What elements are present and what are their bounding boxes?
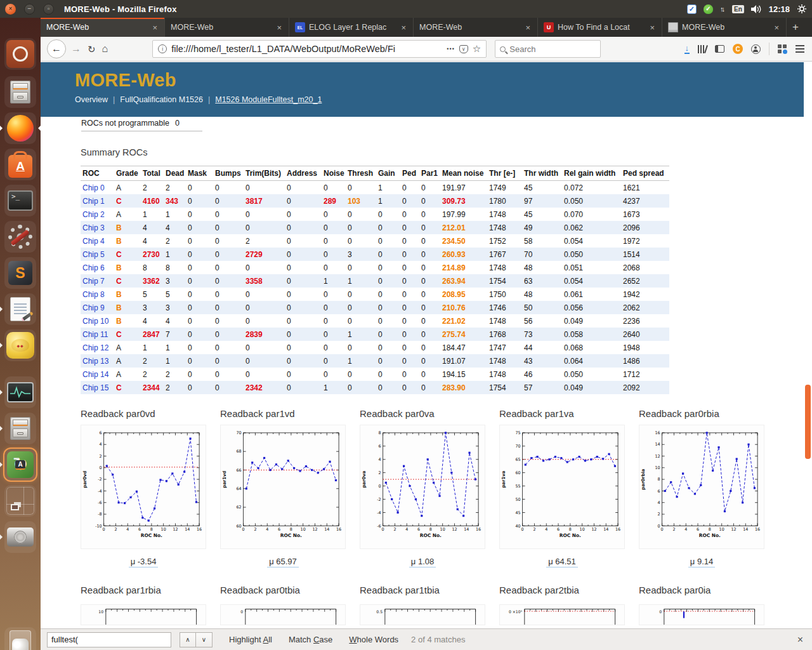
search-input[interactable] [509,44,596,54]
tab-close-icon[interactable]: × [648,23,656,32]
url-bar[interactable]: i file:///home/l_tester/L1_DATA/WebOutpu… [152,40,487,58]
scrollbar-thumb[interactable] [805,385,811,459]
window-maximize-button[interactable]: ▫ [43,4,54,15]
forward-button[interactable]: → [71,44,81,54]
chip-link[interactable]: Chip 8 [82,290,105,299]
search-bar[interactable] [495,40,601,58]
breadcrumb-link[interactable]: FullQualification M1526 [120,95,203,104]
tab[interactable]: UHow To Find a Locat× [538,18,662,37]
tab-close-icon[interactable]: × [400,23,407,32]
chip-link[interactable]: Chip 2 [82,210,105,219]
plot-canvas[interactable]: 40455055606570750246810121416par1vaROC N… [499,425,625,549]
find-previous-button[interactable]: ∧ [180,632,196,647]
chip-link[interactable]: Chip 14 [82,370,108,379]
url-text[interactable]: file:///home/l_tester/L1_DATA/WebOutput/… [171,44,395,54]
bookmark-star-icon[interactable]: ☆ [473,43,481,55]
tab-close-icon[interactable]: × [151,23,159,32]
plot-canvas[interactable]: 0 [639,604,764,625]
highlight-all-button[interactable]: Highlight All [229,635,272,644]
reload-button[interactable]: ↻ [88,44,96,54]
tab-close-icon[interactable]: × [524,23,532,32]
launcher-item-terminal[interactable]: >_ [4,185,36,216]
launcher-item-sublime-text[interactable]: S [4,257,36,289]
chip-link[interactable]: Chip 5 [82,250,105,259]
launcher-item-ubuntu-software[interactable]: A [4,149,36,180]
plot-canvas[interactable]: 0 [220,604,346,625]
launcher-item-system-monitor[interactable] [4,376,36,408]
tab[interactable]: MORE-Web× [41,18,165,37]
mu-link[interactable]: μ -3.54 [129,557,159,567]
launcher-item-trash[interactable] [4,627,36,650]
pocket-icon[interactable]: ∨ [459,45,468,53]
launcher-item-ubuntu-dash[interactable] [4,38,36,70]
chip-link[interactable]: Chip 9 [82,303,105,312]
downloads-icon[interactable]: ↓ [684,44,690,54]
network-arrows-icon[interactable]: ↑↓ [720,5,725,13]
chip-link[interactable]: Chip 1 [82,197,105,206]
launcher-item-system-settings[interactable] [4,221,36,253]
mu-link[interactable]: μ 65.97 [267,557,299,567]
keyboard-layout-indicator[interactable]: En [732,5,744,13]
whole-words-button[interactable]: Whole Words [349,635,398,644]
new-tab-button[interactable]: + [787,18,804,37]
page-info-icon[interactable]: i [158,44,167,53]
chip-link[interactable]: Chip 3 [82,223,105,232]
tab[interactable]: MORE-Web× [414,18,538,37]
chip-link[interactable]: Chip 10 [82,317,108,326]
plot-canvas[interactable]: 6062646668700246810121416par1vdROC No. [220,425,346,549]
find-next-button[interactable]: ∨ [196,632,213,647]
find-close-icon[interactable]: × [795,634,806,646]
plot-canvas[interactable]: -10-8-6-4-202460246810121416par0vdROC No… [81,425,206,549]
page-actions-icon[interactable]: ••• [447,46,454,52]
chip-link[interactable]: Chip 12 [82,343,108,352]
tab[interactable]: MORE-Web× [662,18,787,37]
chip-link[interactable]: Chip 4 [82,237,105,246]
plot-canvas[interactable]: 02468101214160246810121416par0rbiaROC No… [639,425,764,549]
plot-canvas[interactable]: 0.5 [360,604,485,625]
tab[interactable]: MORE-Web× [165,18,289,37]
launcher-item-tea-timer[interactable]: ◆◆ [4,329,36,361]
chip-link[interactable]: Chip 0 [82,183,105,192]
session-gear-icon[interactable] [797,4,807,14]
launcher-item-firefox[interactable] [4,112,36,144]
tab-close-icon[interactable]: × [275,23,283,32]
mu-link[interactable]: μ 1.08 [409,557,436,567]
launcher-item-text-editor[interactable] [4,293,36,325]
breadcrumb-link[interactable]: Overview [75,95,108,104]
home-button[interactable]: ⌂ [102,44,108,54]
find-input[interactable] [47,632,171,647]
match-case-button[interactable]: Match Case [289,635,332,644]
launcher-item-workspace-switcher[interactable] [4,485,36,517]
launcher-item-software-updater[interactable]: ↻A [4,449,36,481]
plot-canvas[interactable]: 10 [81,604,206,625]
mu-link[interactable]: μ 64.51 [546,557,578,567]
back-button[interactable]: ← [47,39,66,58]
account-icon[interactable] [751,44,761,54]
chip-link[interactable]: Chip 13 [82,357,108,366]
chip-link[interactable]: Chip 15 [82,383,108,392]
colorzilla-icon[interactable]: C [733,44,743,54]
chip-link[interactable]: Chip 7 [82,277,105,286]
plot-canvas[interactable]: 0 ×10³ [499,604,625,625]
launcher-item-archive[interactable] [4,413,36,444]
library-icon[interactable] [698,45,707,53]
window-minimize-button[interactable]: − [24,4,35,15]
input-check-icon[interactable]: ✓ [687,4,697,14]
shield-ok-icon[interactable]: ✓ [704,4,713,14]
chip-link[interactable]: Chip 6 [82,263,105,272]
breadcrumb-link[interactable]: M1526 ModuleFulltest_m20_1 [215,95,322,104]
sidebar-toggle-icon[interactable] [715,45,724,53]
mu-link[interactable]: μ 9.14 [688,557,715,567]
tab-close-icon[interactable]: × [773,23,780,32]
launcher-item-disks[interactable] [4,521,36,553]
tab[interactable]: ELELOG Layer 1 Replac× [289,18,414,37]
launcher-item-files[interactable] [4,76,36,108]
page-title[interactable]: MORE-Web [75,70,804,91]
clock[interactable]: 12:18 [769,4,790,14]
menu-icon[interactable] [796,45,804,53]
plot-canvas[interactable]: -6-4-2024680246810121416par0vaROC No. [360,425,485,549]
window-close-button[interactable]: × [5,4,16,15]
chip-link[interactable]: Chip 11 [82,330,108,339]
volume-icon[interactable] [751,5,762,13]
extensions-icon[interactable] [778,44,787,54]
